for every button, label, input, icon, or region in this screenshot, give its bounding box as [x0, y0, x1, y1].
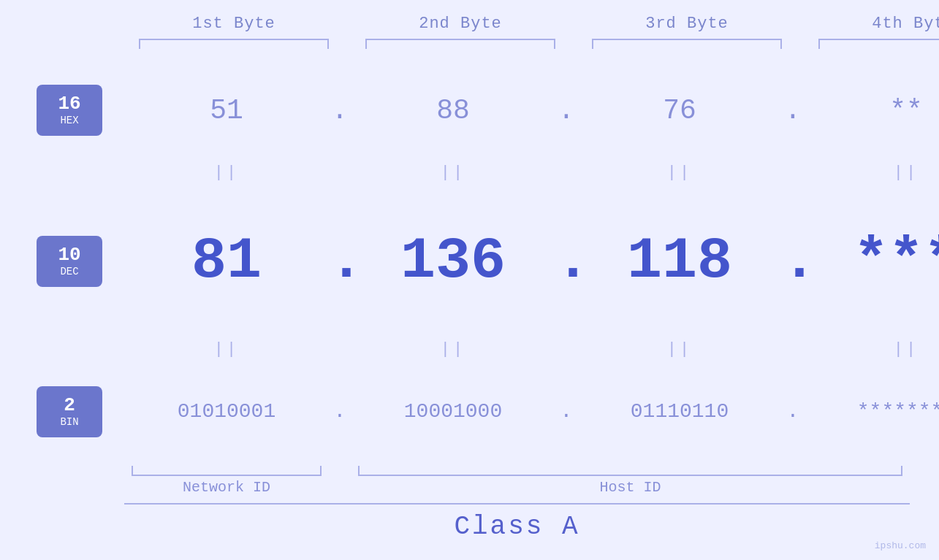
dec-dot-3: . — [782, 228, 804, 294]
network-bracket — [124, 463, 329, 476]
hex-val-4: ** — [804, 95, 939, 126]
bin-number: 2 — [64, 396, 75, 415]
dec-label: DEC — [60, 266, 78, 277]
dec-val-1: 81 — [124, 228, 329, 294]
hex-label: HEX — [60, 115, 78, 126]
dec-badge: 10 DEC — [37, 236, 102, 287]
byte-header-row: 1st Byte 2nd Byte 3rd Byte 4th Byte — [132, 15, 910, 33]
network-id-label: Network ID — [124, 479, 329, 496]
bin-val-4: ******** — [804, 400, 939, 423]
bracket-top-3 — [592, 39, 782, 49]
bin-val-1: 01010001 — [124, 400, 329, 423]
class-label: Class A — [454, 512, 579, 542]
bin-label: BIN — [60, 416, 78, 428]
main-container: 1st Byte 2nd Byte 3rd Byte 4th Byte — [0, 0, 939, 560]
bracket-top-2 — [365, 39, 555, 49]
id-labels-row: Network ID Host ID — [124, 479, 910, 496]
hex-val-3: 76 — [577, 95, 782, 126]
hex-row: 16 HEX 51 . 88 . 76 — [29, 59, 910, 162]
dec-dot-2: . — [555, 228, 577, 294]
bin-val-2: 10001000 — [351, 400, 555, 423]
host-id-label: Host ID — [351, 479, 910, 496]
byte3-header: 3rd Byte — [585, 15, 789, 33]
dec-dot-1: . — [329, 228, 351, 294]
byte2-header: 2nd Byte — [358, 15, 563, 33]
dec-val-4: *** — [804, 228, 939, 294]
hex-dot-2: . — [555, 95, 577, 126]
bin-val-3: 01110110 — [577, 400, 782, 423]
dec-number: 10 — [58, 245, 80, 264]
host-bracket-line — [358, 466, 902, 476]
hex-dot-1: . — [329, 95, 351, 126]
bracket-cell-4 — [811, 39, 939, 52]
equals-1-row: || || || || — [124, 164, 910, 182]
bin-values-row: 01010001 . 10001000 . 01110110 . — [124, 400, 910, 423]
host-bracket — [351, 463, 910, 476]
byte4-header: 4th Byte — [811, 15, 939, 33]
equals-2-row: || || || || — [124, 340, 910, 358]
dec-val-3: 118 — [577, 228, 782, 294]
hex-badge: 16 HEX — [37, 85, 102, 136]
equals-row-2: || || || || — [29, 338, 910, 360]
hex-val-2: 88 — [351, 95, 555, 126]
hex-number: 16 — [58, 94, 80, 113]
bin-dot-2: . — [555, 400, 577, 423]
bin-dot-1: . — [329, 400, 351, 423]
equals-row-1: || || || || — [29, 162, 910, 184]
dec-row: 10 DEC 81 . 136 . 118 — [29, 184, 910, 338]
bin-dot-3: . — [782, 400, 804, 423]
top-bracket-row — [132, 39, 910, 52]
bin-row: 2 BIN 01010001 . 10001000 . 01110110 — [29, 360, 910, 463]
class-row: Class A — [124, 503, 910, 545]
byte1-header: 1st Byte — [132, 15, 336, 33]
watermark: ipshu.com — [875, 540, 926, 551]
bracket-top-4 — [818, 39, 939, 49]
bottom-bracket-row — [124, 463, 910, 476]
bin-badge: 2 BIN — [37, 386, 102, 437]
dec-val-2: 136 — [351, 228, 555, 294]
hex-val-1: 51 — [124, 95, 329, 126]
network-bracket-line — [132, 466, 322, 476]
hex-dot-3: . — [782, 95, 804, 126]
bracket-cell-2 — [358, 39, 563, 52]
bracket-top-1 — [139, 39, 329, 49]
bracket-cell-1 — [132, 39, 336, 52]
hex-values-row: 51 . 88 . 76 . ** — [124, 95, 910, 126]
bracket-cell-3 — [585, 39, 789, 52]
dec-values-row: 81 . 136 . 118 . *** — [124, 228, 910, 294]
